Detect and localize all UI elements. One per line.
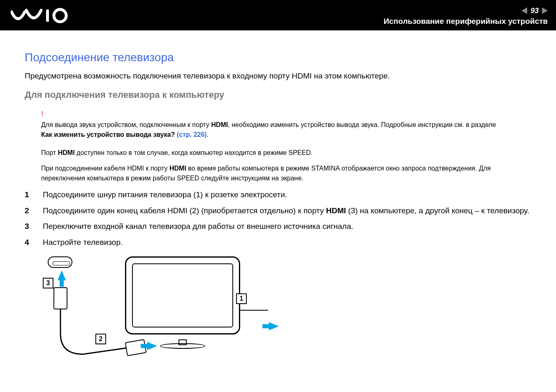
callout-3: 3 (43, 278, 53, 288)
note1-pre: Порт (41, 149, 58, 156)
sub-heading: Для подключения телевизора к компьютеру (25, 90, 531, 100)
step-3-text: Переключите входной канал телевизора для… (43, 222, 353, 231)
page-ref-link[interactable]: (стр. 226) (177, 131, 207, 138)
callout-1: 1 (236, 293, 247, 304)
step-1: Подсоедините шнур питания телевизора (1)… (25, 189, 531, 201)
power-cable-icon (239, 310, 268, 311)
hdmi-port-icon (48, 256, 72, 268)
arrow-power-icon (269, 322, 279, 330)
arrow-up-icon (58, 270, 66, 280)
note2-pre: При подсоединении кабеля HDMI к порту (41, 165, 169, 172)
step-4-text: Настройте телевизор. (43, 238, 123, 247)
warning-text-mid: , необходимо изменить устройство вывода … (228, 121, 496, 128)
note1-post: доступен только в том случае, когда комп… (75, 149, 313, 156)
step-4: Настройте телевизор. (25, 237, 531, 249)
svg-point-1 (54, 9, 66, 22)
warning-dot: . (207, 131, 208, 138)
tv-icon (125, 256, 248, 343)
warning-hdmi: HDMI (211, 121, 228, 128)
breadcrumb: Использование периферийных устройств (384, 17, 548, 26)
step-2: Подсоедините один конец кабеля HDMI (2) … (25, 205, 531, 217)
hdmi-connector-icon (53, 287, 67, 309)
svg-rect-0 (46, 9, 49, 22)
note2-hdmi: HDMI (169, 165, 186, 172)
step-3: Переключите входной канал телевизора для… (25, 221, 531, 233)
next-page-arrow-icon[interactable] (542, 7, 548, 14)
callout-2: 2 (95, 334, 106, 344)
warning-icon: ! (41, 109, 531, 119)
notes-block: Порт HDMI доступен только в том случае, … (41, 148, 531, 183)
prev-page-arrow-icon[interactable] (521, 7, 527, 14)
step-2-hdmi: HDMI (326, 206, 346, 215)
warning-text-pre: Для вывода звука устройством, подключенн… (41, 121, 211, 128)
vaio-logo (11, 7, 76, 23)
page-header: 93 Использование периферийных устройств (0, 0, 556, 30)
page-content: Подсоединение телевизора Предусмотрена в… (0, 30, 556, 371)
connection-diagram: 3 2 1 (43, 256, 331, 363)
intro-text: Предусмотрена возможность подключения те… (25, 71, 531, 81)
header-right: 93 Использование периферийных устройств (384, 5, 548, 26)
page-nav: 93 (521, 7, 548, 15)
step-2-post: (3) на компьютере, а другой конец – к те… (346, 206, 529, 215)
page-number: 93 (531, 7, 539, 15)
steps-list: Подсоедините шнур питания телевизора (1)… (25, 189, 531, 248)
step-1-text: Подсоедините шнур питания телевизора (1)… (43, 190, 287, 199)
note1-hdmi: HDMI (58, 149, 75, 156)
page-title: Подсоединение телевизора (25, 51, 531, 64)
warning-block: ! Для вывода звука устройством, подключе… (41, 109, 531, 140)
step-2-pre: Подсоедините один конец кабеля HDMI (2) … (43, 206, 326, 215)
warning-question: Как изменить устройство вывода звука? (41, 131, 177, 138)
arrow-tv-icon (147, 342, 157, 350)
